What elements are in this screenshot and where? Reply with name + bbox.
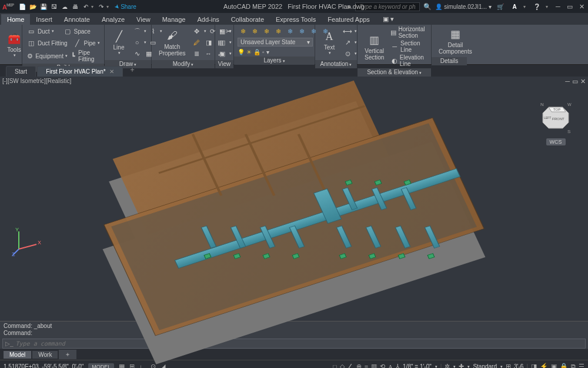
vp-minimize-icon[interactable]: ─ — [565, 78, 570, 85]
tab-analyze[interactable]: Analyze — [96, 14, 131, 25]
search-icon[interactable]: 🔍 — [423, 3, 432, 11]
maximize-button[interactable]: ▭ — [566, 3, 574, 11]
tab-featuredapps[interactable]: Featured Apps — [322, 14, 376, 25]
grid-icon[interactable]: ▦ — [119, 363, 125, 368]
osnap-icon[interactable]: □ — [333, 363, 337, 369]
tab-extra-icon[interactable]: ▣ ▾ — [377, 14, 400, 25]
tab-annotate[interactable]: Annotate — [58, 14, 96, 25]
tools-button[interactable]: 🧰Tools▾ — [4, 31, 25, 59]
command-input[interactable] — [14, 339, 583, 348]
stretch-icon[interactable]: ↔ — [204, 49, 213, 58]
spline-icon[interactable]: ∿ — [132, 49, 142, 58]
layout-work[interactable]: Work — [32, 351, 58, 359]
qat-saveas-icon[interactable]: 🖫 — [50, 2, 58, 11]
move-icon[interactable]: ✥ — [192, 26, 202, 36]
dyn-ucs-icon[interactable]: ∠ — [348, 363, 353, 368]
layer-ico6[interactable]: ❄ — [297, 26, 306, 36]
app-menu-icon[interactable]: A — [510, 2, 519, 11]
visual-style[interactable]: Standard — [473, 363, 497, 368]
undo-split-icon[interactable]: ▾ — [91, 4, 93, 9]
3dosnap-icon[interactable]: ◇ — [340, 363, 345, 368]
units-icon[interactable]: ⧉ — [571, 363, 576, 368]
dim-icon[interactable]: ⟷ — [343, 26, 352, 36]
pipefitting-button[interactable]: Pipe Fitting — [78, 49, 101, 62]
tab-home[interactable]: Home — [1, 14, 30, 25]
help-search-input[interactable] — [355, 2, 420, 11]
iso-icon[interactable]: ◢ — [161, 363, 165, 368]
layer-ico3[interactable]: ❄ — [262, 26, 271, 36]
dyn-input-icon[interactable]: ⊕ — [356, 363, 362, 368]
model-space-badge[interactable]: MODEL — [88, 363, 114, 369]
layer-ico5[interactable]: ❄ — [285, 26, 295, 36]
tab-addins[interactable]: Add-ins — [191, 14, 225, 25]
wcs-badge[interactable]: WCS — [546, 138, 566, 145]
transp-icon[interactable]: ▥ — [371, 363, 377, 368]
view2-icon[interactable]: ◫ — [218, 38, 227, 47]
qat-undo-icon[interactable]: ↶ — [82, 2, 90, 11]
qat-print-icon[interactable]: 🖶 — [71, 2, 79, 11]
anno-scale[interactable]: 1/8" = 1'-0" — [403, 363, 432, 368]
edit-icon[interactable]: 🖉 — [192, 38, 202, 47]
layer-ico4[interactable]: ❄ — [273, 26, 283, 36]
anno-icon[interactable]: A — [388, 363, 393, 369]
tag-icon[interactable]: ⊙ — [343, 49, 352, 58]
lwt-icon[interactable]: ≡ — [365, 363, 368, 369]
ortho-icon[interactable]: ∟ — [139, 363, 146, 369]
leader-icon[interactable]: ↗ — [343, 38, 352, 47]
space-button[interactable]: Space — [74, 28, 91, 35]
vp-close-icon[interactable]: ✕ — [580, 78, 586, 85]
share-button[interactable]: ➤Share — [115, 4, 136, 10]
close-tab-icon[interactable]: ✕ — [109, 68, 114, 75]
cycle-icon[interactable]: ⟲ — [380, 363, 385, 368]
ui-lock-icon[interactable]: 🔒 — [560, 363, 568, 368]
qat-redo-icon[interactable]: ↷ — [97, 2, 105, 11]
help-icon[interactable]: ❔ — [533, 2, 541, 11]
ductfitting-button[interactable]: Duct Fitting — [38, 40, 68, 47]
offset-icon[interactable]: ≣ — [192, 49, 202, 58]
qat-open-icon[interactable]: 📂 — [29, 2, 37, 11]
tab-view[interactable]: View — [131, 14, 156, 25]
close-button[interactable]: ✕ — [577, 3, 586, 11]
line-button[interactable]: ╱Line▾ — [108, 28, 129, 57]
match-properties-button[interactable]: 🖌Match Properties — [155, 28, 189, 58]
tab-manage[interactable]: Manage — [156, 14, 192, 25]
layout-add[interactable]: ＋ — [59, 350, 76, 359]
hsection-button[interactable]: Horizontal Section — [398, 26, 428, 39]
customize-icon[interactable]: ☰ — [579, 363, 584, 368]
new-tab-button[interactable]: ＋ — [124, 63, 141, 77]
vp-maximize-icon[interactable]: ▭ — [572, 78, 578, 85]
qat-cloud-icon[interactable]: ☁ — [61, 2, 69, 11]
clean-screen-icon[interactable]: ▣ — [551, 363, 557, 368]
doc-tab-file[interactable]: First Floor HVAC Plan*✕ — [37, 66, 123, 77]
gear-icon[interactable]: ✲ — [445, 363, 450, 368]
mirror-icon[interactable]: ◨ — [204, 38, 213, 47]
text-button[interactable]: AText▾ — [319, 28, 340, 57]
qat-save-icon[interactable]: 💾 — [39, 2, 48, 11]
view3-icon[interactable]: ▣ — [218, 49, 227, 58]
pipe-button[interactable]: Pipe — [84, 40, 96, 47]
signin-button[interactable]: 👤 simulate.02JI1... ▾ — [435, 4, 492, 10]
viewport-label[interactable]: [-][SW Isometric][Realistic] — [2, 78, 71, 84]
vertical-section-button[interactable]: ▥Vertical Section — [361, 32, 387, 62]
hw-accel-icon[interactable]: ⚡ — [540, 363, 548, 368]
elevline-button[interactable]: Elevation Line — [400, 54, 429, 67]
tab-insert[interactable]: Insert — [30, 14, 58, 25]
doc-tab-start[interactable]: Start — [6, 66, 36, 77]
minimize-button[interactable]: ─ — [554, 3, 562, 10]
cart-icon[interactable]: 🛒 — [496, 2, 505, 11]
tab-expresstools[interactable]: Express Tools — [270, 14, 322, 25]
arc-icon[interactable]: ⌒ — [132, 26, 142, 36]
iso-draft-icon[interactable]: ◨ — [531, 363, 537, 368]
detail-components-button[interactable]: ▦Detail Components — [435, 26, 476, 56]
polar-icon[interactable]: ⊙ — [151, 363, 156, 368]
layer-ico2[interactable]: ❄ — [250, 26, 259, 36]
snap-icon[interactable]: ⊞ — [129, 363, 135, 368]
layer-ico1[interactable]: ❄ — [238, 26, 248, 36]
elevation-icon[interactable]: ⊞ — [506, 363, 511, 368]
elevation-value[interactable]: 3'-6 — [514, 363, 523, 368]
duct-button[interactable]: Duct — [38, 28, 50, 35]
sectionline-button[interactable]: Section Line — [400, 40, 428, 53]
layer-state-combo[interactable]: Unsaved Layer State▾ — [238, 38, 313, 47]
layout-model[interactable]: Model — [4, 351, 31, 359]
view1-icon[interactable]: ▦ — [218, 26, 227, 36]
